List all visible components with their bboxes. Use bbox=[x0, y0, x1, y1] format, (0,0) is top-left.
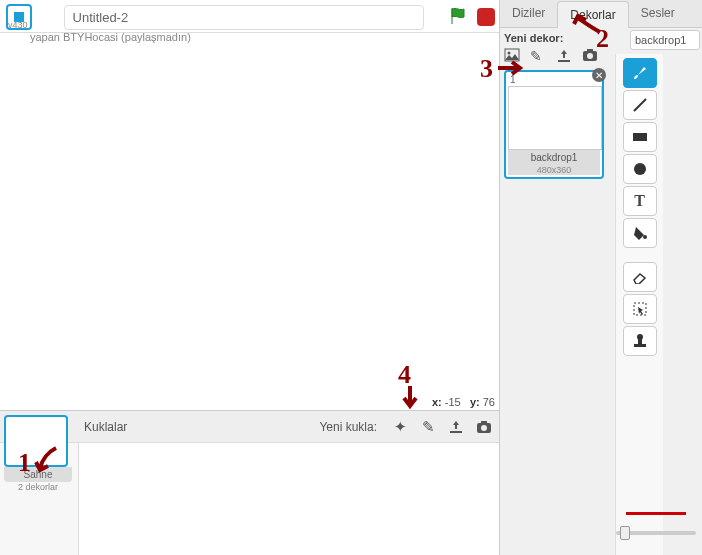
costume-index: 1 bbox=[510, 74, 516, 85]
eraser-tool-icon[interactable] bbox=[623, 262, 657, 292]
stage-thumbnail[interactable]: Sahne 2 dekorlar bbox=[4, 411, 72, 492]
svg-point-15 bbox=[637, 334, 643, 340]
svg-point-10 bbox=[634, 163, 646, 175]
sprites-heading: Kuklalar bbox=[84, 420, 127, 434]
svg-point-6 bbox=[587, 53, 593, 59]
select-tool-icon[interactable] bbox=[623, 294, 657, 324]
backdrop-library-icon[interactable] bbox=[504, 48, 522, 64]
tab-dekorlar[interactable]: Dekorlar bbox=[557, 1, 628, 28]
tab-diziler[interactable]: Diziler bbox=[500, 0, 557, 27]
costume-thumbnail[interactable]: 1 ✕ backdrop1 480x360 bbox=[504, 70, 604, 179]
svg-line-8 bbox=[634, 99, 646, 111]
sprite-paint-icon[interactable]: ✎ bbox=[419, 418, 437, 436]
backdrop-upload-icon[interactable] bbox=[556, 48, 574, 64]
stage-thumb-label: Sahne bbox=[4, 467, 72, 482]
svg-rect-13 bbox=[634, 344, 646, 347]
tab-sesler[interactable]: Sesler bbox=[629, 0, 687, 27]
text-tool-icon[interactable]: T bbox=[623, 186, 657, 216]
stop-icon[interactable] bbox=[477, 8, 495, 26]
svg-point-1 bbox=[481, 425, 487, 431]
new-backdrop-label: Yeni dekor: bbox=[504, 32, 611, 44]
sprite-upload-icon[interactable] bbox=[447, 418, 465, 436]
svg-point-4 bbox=[508, 52, 511, 55]
rect-tool-icon[interactable] bbox=[623, 122, 657, 152]
author-label: yapan BTYHocasi (paylaşmadın) bbox=[30, 31, 499, 43]
backdrop-camera-icon[interactable] bbox=[582, 48, 600, 64]
sprites-area[interactable] bbox=[78, 443, 499, 555]
version-label: v430 bbox=[8, 20, 28, 30]
svg-rect-7 bbox=[587, 49, 593, 52]
backdrop-paint-icon[interactable]: ✎ bbox=[530, 48, 548, 64]
stage-thumb-sub: 2 dekorlar bbox=[4, 482, 72, 492]
brush-tool-icon[interactable] bbox=[623, 58, 657, 88]
fill-tool-icon[interactable] bbox=[623, 218, 657, 248]
sprite-library-icon[interactable]: ✦ bbox=[391, 418, 409, 436]
stage-coords: x: -15 y: 76 bbox=[432, 396, 495, 408]
svg-rect-9 bbox=[633, 133, 647, 141]
costume-name: backdrop1 bbox=[508, 150, 600, 165]
costume-dim: 480x360 bbox=[508, 165, 600, 175]
color-preview bbox=[626, 512, 686, 515]
brush-size-slider[interactable] bbox=[616, 531, 696, 535]
stamp-tool-icon[interactable] bbox=[623, 326, 657, 356]
ellipse-tool-icon[interactable] bbox=[623, 154, 657, 184]
new-sprite-label: Yeni kukla: bbox=[319, 420, 377, 434]
green-flag-icon[interactable] bbox=[449, 6, 469, 29]
stage-area[interactable]: x: -15 y: 76 ◀ bbox=[0, 43, 499, 410]
sprite-camera-icon[interactable] bbox=[475, 418, 493, 436]
project-title-input[interactable] bbox=[64, 5, 424, 30]
svg-point-11 bbox=[643, 235, 647, 239]
costume-name-input[interactable] bbox=[630, 30, 700, 50]
svg-rect-2 bbox=[481, 421, 487, 424]
delete-costume-icon[interactable]: ✕ bbox=[592, 68, 606, 82]
line-tool-icon[interactable] bbox=[623, 90, 657, 120]
